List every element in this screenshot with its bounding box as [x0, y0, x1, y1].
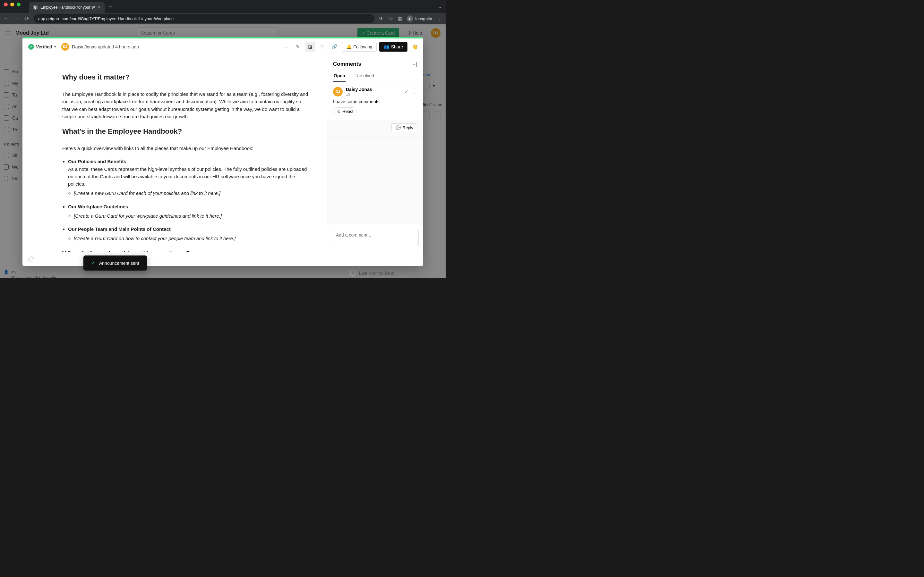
comment-avatar[interactable]: DJ: [333, 87, 342, 97]
author-name-link[interactable]: Daisy Jonas: [72, 44, 97, 49]
browser-toolbar: ← → ⟳ app.getguru.com/card/iGxgj7AT/Empl…: [0, 13, 446, 24]
card-toolbar: ✓ Verified ▾ DJ Daisy Jonas updated 4 ho…: [23, 39, 423, 55]
paragraph: Here's a quick overview with links to al…: [62, 145, 309, 152]
extensions-icon[interactable]: ▦: [397, 16, 402, 22]
collapse-panel-icon[interactable]: →|: [411, 61, 417, 67]
smile-icon: ☺: [336, 109, 341, 114]
comment-author: Daisy Jonas: [346, 87, 372, 92]
window-maximize[interactable]: [17, 3, 21, 6]
incognito-icon: ◐: [407, 15, 413, 22]
check-circle-icon: ✓: [28, 44, 34, 50]
reply-button[interactable]: 💬 Reply: [391, 123, 417, 132]
last-verified-label: Last Verified Date: [359, 271, 394, 276]
list-item-title: Our Workplace Guidelines: [68, 204, 128, 210]
incognito-label: Incognito: [415, 16, 432, 21]
comments-spacer: [327, 137, 423, 224]
tag-icon[interactable]: [28, 256, 34, 262]
tab-open[interactable]: Open: [333, 70, 346, 82]
reload-button[interactable]: ⟳: [24, 15, 29, 22]
chevron-down-icon: ▾: [54, 45, 56, 49]
list-item: Our People Team and Main Points of Conta…: [68, 226, 309, 242]
comments-panel: Comments →| Open Resolved DJ Daisy Jonas…: [327, 55, 423, 252]
eye-off-icon[interactable]: 👁: [379, 16, 384, 21]
url-text: app.getguru.com/card/iGxgj7AT/Employee-H…: [38, 16, 174, 21]
list-subitem: [Create a new Guru Card for each of your…: [74, 189, 309, 197]
verified-badge[interactable]: ✓ Verified ▾: [28, 44, 56, 50]
browser-menu-icon[interactable]: ⋮: [437, 16, 442, 22]
tab-resolved[interactable]: Resolved: [355, 70, 375, 82]
share-button[interactable]: 👥 Share: [379, 42, 407, 52]
updated-timestamp: updated 4 hours ago: [98, 44, 139, 49]
bell-icon: 🔔: [346, 44, 352, 49]
list-subitem: [Create a Guru Card on how to contact yo…: [74, 235, 309, 242]
card-footer: [23, 252, 423, 266]
bookmark-icon[interactable]: ☆: [389, 16, 393, 22]
checkbox[interactable]: [351, 271, 355, 276]
tab-close-icon[interactable]: ✕: [97, 5, 101, 10]
browser-tab-bar: G Employee Handbook for your W ✕ + ⌄: [0, 0, 446, 13]
section-heading: Who do I reach out to with questions?: [62, 248, 309, 252]
incognito-badge: ◐ Incognito: [407, 15, 432, 22]
paragraph: The Employee Handbook is in place to cod…: [62, 90, 309, 120]
comment-timestamp: 1s: [346, 92, 372, 97]
following-button[interactable]: 🔔 Following: [342, 42, 376, 52]
back-button[interactable]: ←: [4, 15, 10, 22]
list-item-body: As a note, these Cards represent the hig…: [68, 166, 307, 187]
list-item-title: Our Policies and Benefits: [68, 159, 126, 164]
comment-more-icon[interactable]: ⋮: [412, 89, 417, 95]
people-icon: 👥: [384, 44, 389, 49]
list-item-title: Our People Team and Main Points of Conta…: [68, 226, 171, 232]
browser-tab[interactable]: G Employee Handbook for your W ✕: [29, 2, 105, 13]
comments-tabs: Open Resolved: [327, 70, 423, 82]
heart-icon[interactable]: ♡: [318, 42, 327, 52]
toast: ✓ Announcement sent: [83, 255, 147, 271]
tab-overflow-icon[interactable]: ⌄: [438, 3, 442, 10]
more-icon[interactable]: ⋯: [281, 42, 291, 52]
resolve-check-icon[interactable]: ✓: [404, 89, 409, 95]
toast-message: Announcement sent: [99, 261, 139, 266]
react-button[interactable]: ☺ React: [333, 107, 357, 115]
share-label: Share: [391, 44, 403, 49]
reply-icon: 💬: [396, 125, 401, 130]
comment-text: I have some comments: [333, 99, 417, 104]
list-item: Our Policies and Benefits As a note, the…: [68, 158, 309, 197]
check-icon: ✓: [91, 260, 95, 266]
verified-label: Verified: [36, 44, 52, 49]
add-comment-input[interactable]: [332, 229, 419, 246]
edit-icon[interactable]: ✎: [293, 42, 303, 52]
author-avatar[interactable]: DJ: [61, 43, 69, 51]
address-bar[interactable]: app.getguru.com/card/iGxgj7AT/Employee-H…: [34, 14, 375, 23]
section-heading: Why does it matter?: [62, 72, 309, 83]
react-label: React: [342, 109, 353, 114]
list-item: Our Workplace Guidelines [Create a Guru …: [68, 203, 309, 220]
window-minimize[interactable]: [10, 3, 14, 6]
tab-favicon: G: [33, 5, 38, 10]
card-modal: ✓ Verified ▾ DJ Daisy Jonas updated 4 ho…: [23, 37, 423, 266]
link-icon[interactable]: 🔗: [330, 42, 339, 52]
card-content: Why does it matter? The Employee Handboo…: [23, 55, 327, 252]
following-label: Following: [354, 44, 373, 49]
close-icon[interactable]: ✕: [413, 43, 417, 50]
reply-label: Reply: [403, 125, 413, 130]
new-tab-button[interactable]: +: [108, 3, 112, 10]
comments-title: Comments: [333, 61, 361, 67]
author-line: Daisy Jonas updated 4 hours ago: [72, 44, 139, 49]
tab-title: Employee Handbook for your W: [40, 5, 95, 10]
comment-item: DJ Daisy Jonas 1s ✓ ⋮ I have some commen…: [327, 82, 423, 120]
announce-icon[interactable]: ◪: [305, 42, 315, 52]
forward-button[interactable]: →: [14, 15, 20, 22]
last-verified-filter[interactable]: Last Verified Date: [351, 271, 394, 276]
section-heading: What's in the Employee Handbook?: [62, 126, 309, 137]
window-close[interactable]: [4, 3, 8, 6]
list-subitem: [Create a Guru Card for your workplace g…: [74, 212, 309, 219]
